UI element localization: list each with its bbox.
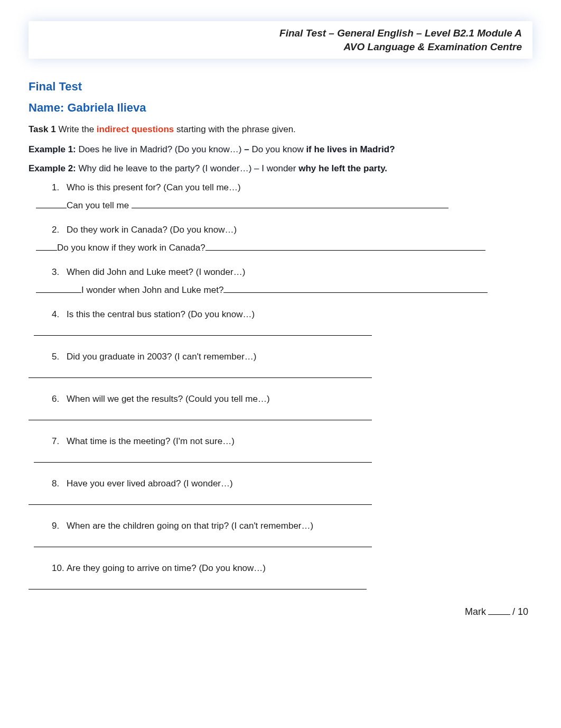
task-text-after: starting with the phrase given. xyxy=(174,124,296,134)
question-text: Are they going to arrive on time? (Do yo… xyxy=(67,563,266,573)
answer-prefix-blank xyxy=(36,242,57,251)
mark-total: / 10 xyxy=(512,606,528,617)
answer-blank[interactable] xyxy=(29,368,372,378)
page-title: Final Test xyxy=(29,80,532,94)
question-item: 8.Have you ever lived abroad? (I wonder…… xyxy=(52,478,532,489)
question-text: Did you graduate in 2003? (I can't remem… xyxy=(67,352,256,362)
question-number: 9. xyxy=(52,521,67,531)
header-line-1: Final Test – General English – Level B2.… xyxy=(39,26,522,40)
question-item: 1.Who is this present for? (Can you tell… xyxy=(52,182,532,193)
answer-line[interactable]: I wonder when John and Luke met? xyxy=(36,284,532,296)
answer-prefix-blank xyxy=(36,199,67,208)
question-number: 3. xyxy=(52,267,67,278)
answer-typed-text: Can you tell me xyxy=(67,200,132,210)
question-text: When are the children going on that trip… xyxy=(67,521,313,531)
answer-rest-blank xyxy=(132,199,448,208)
question-number: 6. xyxy=(52,394,67,404)
question-item: 6.When will we get the results? (Could y… xyxy=(52,394,532,404)
answer-line[interactable]: Do you know if they work in Canada? xyxy=(36,242,532,253)
task-instruction: Task 1 Write the indirect questions star… xyxy=(29,124,532,135)
answer-blank[interactable] xyxy=(34,326,372,336)
example-lead: Do you know xyxy=(249,144,306,154)
question-number: 10. xyxy=(52,563,67,574)
answer-rest-blank xyxy=(223,284,488,293)
answer-blank[interactable] xyxy=(29,495,372,505)
questions-list: 1.Who is this present for? (Can you tell… xyxy=(29,182,532,589)
student-name-line: Name: Gabriela Ilieva xyxy=(29,101,532,115)
example-label: Example 2: xyxy=(29,163,76,173)
mark-blank[interactable] xyxy=(488,605,510,615)
answer-typed-text: Do you know if they work in Canada? xyxy=(57,243,205,253)
question-number: 5. xyxy=(52,352,67,362)
question-text: Is this the central bus station? (Do you… xyxy=(67,309,255,319)
task-label: Task 1 xyxy=(29,124,56,134)
question-text: What time is the meeting? (I'm not sure…… xyxy=(67,436,235,446)
question-number: 1. xyxy=(52,182,67,193)
example-answer: why he left the party. xyxy=(298,163,387,173)
example-dash: – xyxy=(244,144,249,154)
mark-row: Mark/ 10 xyxy=(29,605,532,618)
answer-blank[interactable] xyxy=(29,580,367,589)
question-text: When did John and Luke meet? (I wonder…) xyxy=(67,267,245,277)
question-item: 10.Are they going to arrive on time? (Do… xyxy=(52,563,532,574)
example-label: Example 1: xyxy=(29,144,76,154)
question-item: 4.Is this the central bus station? (Do y… xyxy=(52,309,532,320)
question-number: 2. xyxy=(52,225,67,235)
example-2: Example 2: Why did he leave to the party… xyxy=(29,163,532,174)
question-number: 7. xyxy=(52,436,67,447)
question-text: Do they work in Canada? (Do you know…) xyxy=(67,225,237,235)
question-text: Who is this present for? (Can you tell m… xyxy=(67,182,241,192)
question-item: 2.Do they work in Canada? (Do you know…) xyxy=(52,225,532,235)
example-prompt: Why did he leave to the party? (I wonder… xyxy=(79,163,299,173)
name-value: Gabriela Ilieva xyxy=(67,101,146,114)
answer-blank[interactable] xyxy=(34,538,372,547)
answer-line[interactable]: Can you tell me xyxy=(36,199,532,211)
question-text: Have you ever lived abroad? (I wonder…) xyxy=(67,478,233,489)
example-answer: if he lives in Madrid? xyxy=(306,144,395,154)
header-line-2: AVO Language & Examination Centre xyxy=(39,40,522,54)
question-number: 8. xyxy=(52,478,67,489)
answer-blank[interactable] xyxy=(29,411,372,420)
answer-typed-text: I wonder when John and Luke met? xyxy=(81,285,223,295)
answer-rest-blank xyxy=(205,242,485,251)
question-item: 3.When did John and Luke meet? (I wonder… xyxy=(52,267,532,278)
mark-label: Mark xyxy=(465,606,486,617)
question-number: 4. xyxy=(52,309,67,320)
answer-blank[interactable] xyxy=(34,453,372,463)
answer-prefix-blank xyxy=(36,284,81,293)
header-banner: Final Test – General English – Level B2.… xyxy=(29,21,532,59)
example-1: Example 1: Does he live in Madrid? (Do y… xyxy=(29,144,532,155)
task-highlight: indirect questions xyxy=(97,124,174,134)
question-text: When will we get the results? (Could you… xyxy=(67,394,270,404)
question-item: 9.When are the children going on that tr… xyxy=(52,521,532,531)
question-item: 5.Did you graduate in 2003? (I can't rem… xyxy=(52,352,532,362)
task-text-before: Write the xyxy=(58,124,96,134)
name-label: Name: xyxy=(29,101,64,114)
question-item: 7.What time is the meeting? (I'm not sur… xyxy=(52,436,532,447)
example-prompt: Does he live in Madrid? (Do you know…) xyxy=(79,144,245,154)
